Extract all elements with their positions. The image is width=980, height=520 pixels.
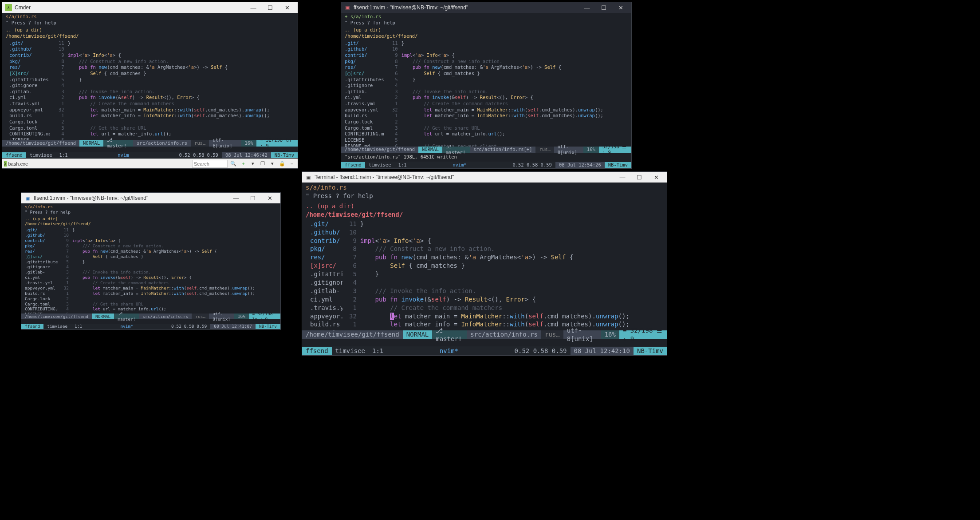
tree-dir[interactable]: .github/ (6, 46, 47, 52)
tree-file[interactable]: .travis.yml (306, 304, 339, 312)
search-input[interactable] (192, 160, 228, 168)
tmux-tab-active[interactable]: ffsend (302, 347, 332, 355)
tree-file[interactable]: .travis.yml (25, 280, 55, 286)
tree-file[interactable]: Cargo.lock (345, 119, 380, 125)
tree-file[interactable]: .gitignore (25, 264, 55, 270)
tmux-tab[interactable]: timvisee (26, 152, 56, 159)
tree-file[interactable]: .gitattributes (306, 270, 339, 278)
tmux-tab[interactable]: timvisee (332, 347, 369, 355)
minimize-button[interactable]: — (579, 3, 595, 12)
tmux-tab[interactable]: timvisee (365, 162, 395, 168)
updir[interactable]: .. (up a dir) (345, 27, 628, 33)
maximize-button[interactable]: ☐ (631, 172, 647, 182)
maximize-button[interactable]: ☐ (596, 3, 612, 12)
tree-src[interactable]: [X]src/ (6, 71, 47, 77)
tree-file[interactable]: README.md (345, 143, 380, 147)
lock-icon[interactable]: 🔒 (278, 160, 286, 168)
maximize-button[interactable]: ☐ (262, 3, 278, 12)
tmux-tab-active[interactable]: ffsend (2, 152, 26, 159)
tree-dir[interactable]: .git/ (306, 220, 339, 228)
tree-dir[interactable]: .github/ (25, 233, 55, 238)
tree-file[interactable]: CONTRIBUTING.md (6, 131, 47, 137)
tree-dir[interactable]: .git/ (345, 40, 380, 47)
tree-dir[interactable]: res/ (6, 64, 47, 71)
minimize-button[interactable]: — (245, 3, 261, 12)
tree-file[interactable]: .gitignore (306, 278, 339, 287)
titlebar[interactable]: ▣ ffsend:1:nvim - "timvisee@NB-Timv: ~/g… (21, 193, 280, 203)
tree-file[interactable]: CONTRIBUTING.md (345, 131, 380, 137)
tree-file[interactable]: Cargo.toml (345, 125, 380, 131)
tree-file[interactable]: Cargo.lock (25, 296, 55, 302)
add-tab-icon[interactable]: ＋ (239, 160, 247, 168)
tree-dir[interactable]: res/ (345, 64, 380, 71)
tree-file[interactable]: .gitattributes (6, 77, 47, 83)
updir[interactable]: .. (up a dir) (306, 202, 663, 210)
close-button[interactable]: ✕ (648, 172, 664, 182)
tree-dir[interactable]: res/ (25, 249, 55, 254)
tree-file[interactable]: appveyor.yml (6, 107, 47, 113)
minimize-button[interactable]: — (614, 172, 630, 182)
close-button[interactable]: ✕ (279, 3, 295, 12)
tree-file[interactable]: Cargo.toml (25, 302, 55, 307)
tree-dir[interactable]: res/ (306, 253, 339, 262)
tree-src[interactable]: [▢]src/ (25, 254, 55, 259)
tree-file[interactable]: Cargo.lock (6, 119, 47, 125)
tree-dir[interactable]: .git/ (25, 227, 55, 233)
tmux-tab[interactable]: timvisee (43, 324, 71, 329)
tree-file[interactable]: build.rs (25, 291, 55, 296)
tree-dir[interactable]: pkg/ (6, 59, 47, 65)
code-area[interactable]: } impl<'a> Info<'a> { /// Construct a ne… (360, 220, 667, 330)
tree-file[interactable]: build.rs (6, 113, 47, 119)
file-tree[interactable]: .git/ .github/ contrib/ pkg/ res/ [▢]src… (341, 40, 384, 147)
close-button[interactable]: ✕ (262, 193, 278, 203)
minimize-button[interactable]: — (228, 193, 244, 203)
tree-dir[interactable]: .github/ (306, 228, 339, 237)
file-tree[interactable]: .git/ .github/ contrib/ pkg/ res/ [▢]src… (21, 227, 58, 314)
updir[interactable]: .. (up a dir) (25, 216, 277, 222)
columns-icon[interactable]: ❐ (259, 160, 267, 168)
tree-file[interactable]: .travis.yml (6, 101, 47, 107)
file-tree[interactable]: .git/ .github/ contrib/ pkg/ res/ [x]src… (302, 220, 342, 330)
tree-dir[interactable]: contrib/ (6, 52, 47, 59)
dropdown-icon[interactable]: ▾ (249, 160, 257, 168)
tree-file[interactable]: build.rs (306, 320, 339, 329)
updir[interactable]: .. (up a dir) (6, 27, 294, 33)
tree-file[interactable]: .gitlab-ci.yml (345, 89, 380, 101)
tree-file[interactable]: .gitattributes (345, 77, 380, 83)
maximize-button[interactable]: ☐ (245, 193, 261, 203)
titlebar[interactable]: ▣ ffsend:1:nvim - "timvisee@NB-Timv: ~/g… (341, 2, 631, 13)
tree-file[interactable]: CONTRIBUTING.md (25, 306, 55, 312)
tree-file[interactable]: appveyor.yml (345, 107, 380, 113)
tree-file[interactable]: .gitlab-ci.yml (306, 287, 339, 304)
tree-file[interactable]: Cargo.toml (6, 125, 47, 131)
tree-dir[interactable]: .git/ (6, 40, 47, 47)
tmux-tab-active[interactable]: ffsend (341, 162, 365, 168)
cmder-tabbar[interactable]: λ bash.exe 🔍 ＋ ▾ ❐ ▾ 🔒 ≡ (2, 159, 298, 168)
menu-icon[interactable]: ≡ (288, 160, 296, 168)
tree-src[interactable]: [x]src/ (306, 262, 339, 270)
tree-dir[interactable]: .github/ (345, 46, 380, 52)
code-area[interactable]: } impl<'a> Info<'a> { /// Construct a ne… (401, 40, 631, 147)
search-icon[interactable]: 🔍 (229, 160, 237, 168)
tree-file[interactable]: .gitignore (345, 83, 380, 89)
tree-dir[interactable]: contrib/ (345, 52, 380, 59)
tree-dir[interactable]: contrib/ (306, 237, 339, 245)
tree-file[interactable]: .travis.yml (345, 101, 380, 107)
code-area[interactable]: } impl<'a> Info<'a> { /// Construct a ne… (72, 227, 280, 314)
tmux-tab-active[interactable]: ffsend (21, 324, 43, 329)
titlebar[interactable]: ▣ Terminal - ffsend:1:nvim - "timvisee@N… (302, 172, 667, 183)
file-tree[interactable]: .git/ .github/ contrib/ pkg/ res/ [X]src… (2, 40, 50, 140)
tree-dir[interactable]: pkg/ (306, 245, 339, 253)
titlebar[interactable]: λ Cmder — ☐ ✕ (2, 2, 298, 13)
tree-file[interactable]: build.rs (345, 113, 380, 119)
cmder-tab-label[interactable]: bash.exe (8, 161, 28, 167)
tree-dir[interactable]: contrib/ (25, 238, 55, 243)
code-area[interactable]: } impl<'a> Info<'a> { /// Construct a ne… (68, 40, 298, 140)
tree-file[interactable]: .gitlab-ci.yml (25, 270, 55, 280)
tree-dir[interactable]: pkg/ (345, 59, 380, 65)
tree-file[interactable]: .gitattributes (25, 259, 55, 265)
tree-file[interactable]: LICENSE (345, 137, 380, 143)
close-button[interactable]: ✕ (613, 3, 629, 12)
tree-dir[interactable]: pkg/ (25, 243, 55, 249)
overflow-icon[interactable]: ▾ (268, 160, 276, 168)
